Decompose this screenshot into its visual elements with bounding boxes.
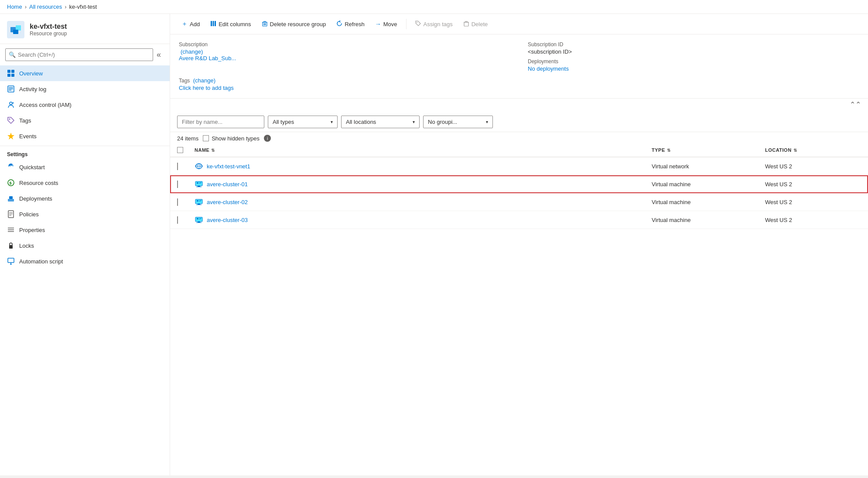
delete-icon	[463, 20, 469, 28]
move-button[interactable]: → Move	[371, 18, 402, 30]
svg-text:$: $	[10, 181, 12, 185]
row-name-cell: avere-cluster-02	[195, 198, 652, 206]
deployments-link[interactable]: No deployments	[528, 65, 569, 72]
grouping-filter-select[interactable]: No groupi... ▾	[423, 116, 493, 128]
svg-rect-20	[9, 214, 13, 214]
activity-log-icon	[7, 85, 15, 93]
delete-rg-icon	[262, 20, 268, 28]
select-all-checkbox[interactable]	[177, 147, 183, 153]
subscription-change[interactable]: (change)	[181, 48, 203, 55]
svg-rect-22	[8, 228, 14, 229]
svg-rect-4	[11, 70, 14, 73]
row-checkbox[interactable]	[177, 216, 178, 224]
nav-overview[interactable]: Overview	[0, 65, 170, 81]
add-button[interactable]: ＋ Add	[177, 17, 204, 31]
delete-button[interactable]: Delete	[459, 18, 492, 31]
row-checkbox-cell	[177, 163, 195, 170]
nav-automation-script[interactable]: Automation script	[0, 253, 170, 269]
filter-name-input[interactable]	[177, 116, 264, 128]
sidebar: ke-vfxt-test Resource group 🔍 « Overview	[0, 14, 170, 475]
delete-rg-button[interactable]: Delete resource group	[257, 18, 331, 31]
row-checkbox[interactable]	[177, 181, 178, 188]
collapse-sidebar-button[interactable]: «	[153, 50, 164, 59]
row-name-link[interactable]: avere-cluster-02	[207, 199, 248, 205]
nav-deployments[interactable]: Deployments	[0, 191, 170, 206]
table-row[interactable]: ke-vfxt-test-vnet1 Virtual network West …	[170, 157, 868, 175]
col-location-label: LOCATION	[765, 147, 792, 153]
svg-rect-40	[195, 199, 202, 204]
svg-rect-2	[13, 30, 18, 34]
breadcrumb-sep-1: ›	[25, 3, 27, 10]
show-hidden-types-checkbox[interactable]: Show hidden types	[203, 135, 260, 142]
svg-rect-9	[9, 89, 13, 89]
svg-rect-51	[196, 222, 202, 223]
table-row[interactable]: avere-cluster-03 Virtual machine West US…	[170, 211, 868, 229]
breadcrumb-home[interactable]: Home	[7, 3, 22, 10]
table-header: NAME ⇅ TYPE ⇅ LOCATION ⇅	[170, 143, 868, 157]
tags-add-link[interactable]: Click here to add tags	[179, 85, 234, 91]
table-row[interactable]: avere-cluster-01 Virtual machine West US…	[170, 175, 868, 193]
events-icon	[7, 132, 15, 140]
move-label: Move	[383, 21, 397, 27]
nav-activity-log[interactable]: Activity log	[0, 81, 170, 97]
breadcrumb-all-resources[interactable]: All resources	[29, 3, 62, 10]
name-sort-icon[interactable]: ⇅	[211, 148, 215, 153]
breadcrumb: Home › All resources › ke-vfxt-test	[0, 0, 868, 14]
table-header-location: LOCATION ⇅	[765, 147, 861, 153]
svg-rect-17	[9, 196, 13, 199]
nav-properties[interactable]: Properties	[0, 222, 170, 238]
refresh-button[interactable]: Refresh	[332, 18, 369, 31]
table-header-checkbox-cell	[177, 147, 195, 153]
svg-rect-35	[197, 182, 198, 184]
nav-properties-label: Properties	[19, 227, 45, 233]
svg-rect-39	[196, 187, 202, 187]
nav-automation-script-label: Automation script	[19, 258, 63, 265]
subscription-id-value: <subscription ID>	[528, 48, 859, 55]
subscription-value: (change) Avere R&D Lab_Sub...	[179, 48, 510, 61]
edit-columns-button[interactable]: Edit columns	[206, 18, 255, 31]
hidden-types-info-icon[interactable]: i	[264, 135, 271, 142]
nav-events[interactable]: Events	[0, 128, 170, 144]
row-name-cell: ke-vfxt-test-vnet1	[195, 162, 652, 171]
col-type-label: TYPE	[652, 147, 665, 153]
tags-icon	[7, 116, 15, 124]
nav-events-label: Events	[19, 133, 37, 140]
resource-costs-icon: $	[7, 179, 15, 187]
search-input[interactable]	[5, 48, 153, 61]
row-name-link[interactable]: ke-vfxt-test-vnet1	[207, 163, 250, 170]
toolbar-separator	[406, 19, 407, 29]
type-sort-icon[interactable]: ⇅	[667, 148, 671, 153]
move-icon: →	[375, 20, 381, 27]
svg-rect-47	[197, 218, 198, 219]
row-name-link[interactable]: avere-cluster-01	[207, 181, 248, 188]
items-count: 24 items	[177, 135, 198, 142]
resources-table: NAME ⇅ TYPE ⇅ LOCATION ⇅	[170, 143, 868, 475]
tags-label: Tags (change)	[179, 77, 510, 84]
collapse-info-button[interactable]: ⌃⌃	[170, 99, 868, 110]
table-row[interactable]: avere-cluster-02 Virtual machine West US…	[170, 193, 868, 211]
row-name-link[interactable]: avere-cluster-03	[207, 217, 248, 223]
location-filter-select[interactable]: All locations ▾	[341, 116, 420, 128]
subscription-link[interactable]: Avere R&D Lab_Sub...	[179, 55, 236, 61]
row-type-cell: Virtual machine	[652, 217, 765, 223]
assign-tags-button[interactable]: Assign tags	[411, 18, 457, 31]
row-location-cell: West US 2	[765, 181, 861, 188]
nav-quickstart[interactable]: Quickstart	[0, 159, 170, 175]
nav-resource-costs[interactable]: $ Resource costs	[0, 175, 170, 191]
tags-section: Tags (change) Click here to add tags	[179, 77, 510, 91]
row-location-cell: West US 2	[765, 163, 861, 170]
subscription-section: Subscription (change) Avere R&D Lab_Sub.…	[179, 41, 510, 72]
tags-change[interactable]: (change)	[193, 77, 215, 84]
nav-policies[interactable]: Policies	[0, 206, 170, 222]
row-name-cell: avere-cluster-01	[195, 180, 652, 188]
nav-locks[interactable]: Locks	[0, 238, 170, 253]
nav-access-control[interactable]: Access control (IAM)	[0, 97, 170, 113]
location-sort-icon[interactable]: ⇅	[793, 148, 797, 153]
show-hidden-label: Show hidden types	[212, 135, 260, 142]
type-filter-select[interactable]: All types ▾	[268, 116, 338, 128]
row-checkbox[interactable]	[177, 198, 178, 206]
locks-icon	[7, 242, 15, 249]
nav-tags[interactable]: Tags	[0, 113, 170, 128]
quickstart-icon	[7, 163, 15, 171]
row-checkbox[interactable]	[177, 163, 178, 170]
